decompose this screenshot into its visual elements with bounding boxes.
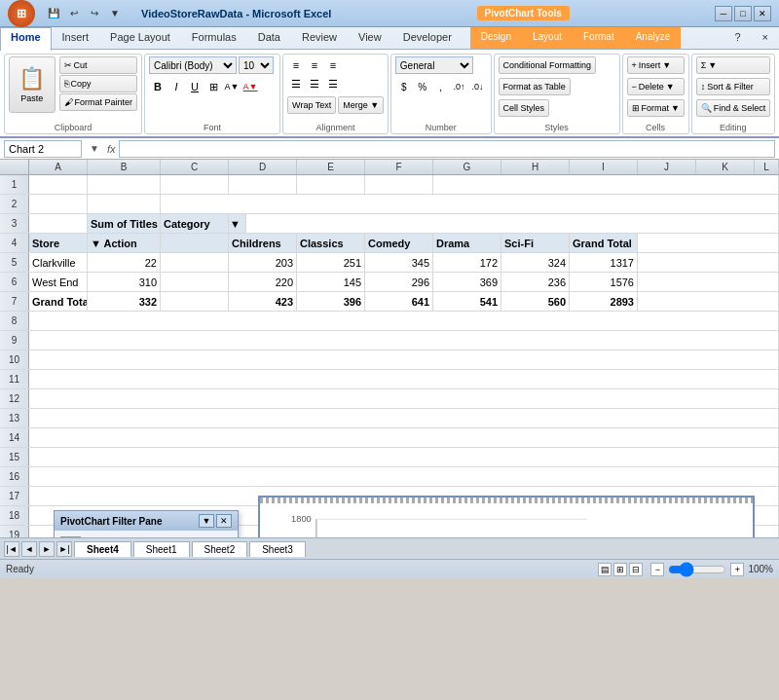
cell-e4[interactable]: Classics <box>297 234 365 252</box>
tab-layout[interactable]: Layout <box>522 27 573 49</box>
col-header-b[interactable]: B <box>88 160 161 174</box>
formula-input[interactable] <box>119 140 775 158</box>
cell-b7[interactable]: 332 <box>88 292 161 311</box>
sheet-prev-button[interactable]: ◄ <box>21 541 37 557</box>
format-as-table-button[interactable]: Format as Table <box>499 78 571 95</box>
cell-b3[interactable]: Sum of Titles <box>88 214 161 233</box>
cell-h5[interactable]: 324 <box>501 253 570 272</box>
cell-f6[interactable]: 296 <box>365 273 433 291</box>
col-header-f[interactable]: F <box>365 160 433 174</box>
cell-f7[interactable]: 641 <box>365 292 433 311</box>
restore-button[interactable]: □ <box>734 6 752 21</box>
cell-rest4[interactable] <box>638 234 779 252</box>
cell-h6[interactable]: 236 <box>501 273 570 291</box>
cell-a3[interactable] <box>29 214 88 233</box>
office-button[interactable]: ⊞ <box>8 0 35 27</box>
cell-row12[interactable] <box>29 389 779 408</box>
align-right-button[interactable]: ☰ <box>324 75 342 92</box>
format-painter-button[interactable]: 🖌 Format Painter <box>59 93 138 111</box>
cell-row9[interactable] <box>29 331 779 350</box>
sheet-first-button[interactable]: |◄ <box>4 541 19 557</box>
cell-b1[interactable] <box>88 175 161 194</box>
cell-b2[interactable] <box>88 195 161 213</box>
currency-button[interactable]: $ <box>395 78 413 95</box>
copy-button[interactable]: ⎘ Copy <box>59 75 138 92</box>
merge-center-button[interactable]: Merge ▼ <box>338 96 384 114</box>
col-header-e[interactable]: E <box>297 160 365 174</box>
tab-data[interactable]: Data <box>247 27 291 49</box>
undo-button[interactable]: ↩ <box>65 6 83 21</box>
cell-c6[interactable] <box>161 273 229 291</box>
font-name-select[interactable]: Calibri (Body) <box>149 56 237 74</box>
col-header-k[interactable]: K <box>696 160 755 174</box>
percent-button[interactable]: % <box>414 78 431 95</box>
cell-e7[interactable]: 396 <box>297 292 365 311</box>
tab-home[interactable]: Home <box>0 27 52 51</box>
sheet-last-button[interactable]: ►| <box>56 541 72 557</box>
bold-button[interactable]: B <box>149 78 167 95</box>
tab-insert[interactable]: Insert <box>52 27 100 49</box>
underline-button[interactable]: U <box>186 78 204 95</box>
cell-h7[interactable]: 560 <box>501 292 570 311</box>
col-header-c[interactable]: C <box>161 160 229 174</box>
tab-format[interactable]: Format <box>573 27 625 49</box>
cell-c4[interactable] <box>161 234 229 252</box>
cell-c7[interactable] <box>161 292 229 311</box>
filter-pane-close-button[interactable]: ✕ <box>216 514 232 528</box>
minimize-button[interactable]: ─ <box>715 6 732 21</box>
cell-i7[interactable]: 2893 <box>570 292 638 311</box>
tab-review[interactable]: Review <box>291 27 348 49</box>
tab-design[interactable]: Design <box>470 27 522 49</box>
cell-c1[interactable] <box>161 175 229 194</box>
number-format-select[interactable]: General <box>395 56 473 74</box>
cell-d6[interactable]: 220 <box>229 273 297 291</box>
cell-a6[interactable]: West End <box>29 273 88 291</box>
cell-e6[interactable]: 145 <box>297 273 365 291</box>
italic-button[interactable]: I <box>167 78 185 95</box>
conditional-formatting-button[interactable]: Conditional Formatting <box>499 56 597 74</box>
cell-b5[interactable]: 22 <box>88 253 161 272</box>
cell-rest6[interactable] <box>638 273 779 291</box>
cell-i6[interactable]: 1576 <box>570 273 638 291</box>
col-header-i[interactable]: I <box>570 160 638 174</box>
cell-f4[interactable]: Comedy <box>365 234 433 252</box>
filter-pane-title[interactable]: PivotChart Filter Pane ▼ ✕ <box>55 511 238 531</box>
cell-row13[interactable] <box>29 409 779 427</box>
align-left-button[interactable]: ☰ <box>287 75 305 92</box>
cell-rest1[interactable] <box>433 175 779 194</box>
save-button[interactable]: 💾 <box>45 6 62 21</box>
cell-e5[interactable]: 251 <box>297 253 365 272</box>
cell-d4[interactable]: Childrens <box>229 234 297 252</box>
qa-dropdown[interactable]: ▼ <box>106 6 124 21</box>
cell-b4[interactable]: ▼ Action <box>88 234 161 252</box>
normal-view-button[interactable]: ▤ <box>598 563 612 576</box>
decrease-decimal-button[interactable]: .0↓ <box>469 78 487 95</box>
sheet-tab-sheet1[interactable]: Sheet1 <box>133 541 190 557</box>
cell-d5[interactable]: 203 <box>229 253 297 272</box>
fill-color-button[interactable]: A▼ <box>223 78 241 95</box>
cut-button[interactable]: ✂ ✂ Cut <box>59 56 138 74</box>
cell-row11[interactable] <box>29 370 779 388</box>
align-top-right-button[interactable]: ≡ <box>324 56 342 74</box>
cell-a5[interactable]: Clarkville <box>29 253 88 272</box>
sheet-tab-sheet2[interactable]: Sheet2 <box>192 541 248 557</box>
comma-button[interactable]: , <box>432 78 450 95</box>
cell-g6[interactable]: 369 <box>433 273 501 291</box>
cell-a7[interactable]: Grand Total <box>29 292 88 311</box>
zoom-in-button[interactable]: + <box>730 563 744 576</box>
cell-f1[interactable] <box>365 175 433 194</box>
col-header-l[interactable]: L <box>755 160 779 174</box>
cell-row15[interactable] <box>29 448 779 466</box>
cell-g4[interactable]: Drama <box>433 234 501 252</box>
cell-e1[interactable] <box>297 175 365 194</box>
col-header-h[interactable]: H <box>501 160 570 174</box>
cell-c3[interactable]: Category <box>161 214 229 233</box>
cell-row16[interactable] <box>29 467 779 486</box>
paste-button[interactable]: 📋 Paste <box>9 56 56 113</box>
cell-g7[interactable]: 541 <box>433 292 501 311</box>
sheet-tab-sheet3[interactable]: Sheet3 <box>249 541 306 557</box>
insert-cells-button[interactable]: + Insert ▼ <box>627 56 685 74</box>
pivot-chart[interactable]: 1800 1600 1400 1200 1000 800 600 400 200… <box>258 496 755 537</box>
align-top-left-button[interactable]: ≡ <box>287 56 305 74</box>
delete-cells-button[interactable]: − Delete ▼ <box>627 78 685 95</box>
